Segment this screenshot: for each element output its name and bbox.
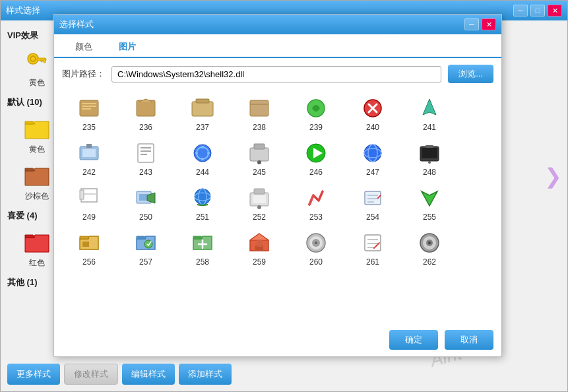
icon-cell-262[interactable]: 262 [402,227,457,269]
icon-num-246: 246 [309,168,323,177]
svg-point-38 [428,161,431,164]
icon-256 [76,230,102,256]
icon-cell-260[interactable]: 260 [289,227,343,269]
icon-num-251: 251 [196,212,209,222]
outer-close-button[interactable]: ✕ [548,5,562,16]
outer-window: 样式选择 ─ □ ✕ VIP效果 黄 [0,0,568,392]
svg-rect-16 [82,149,96,157]
icon-cell-238[interactable]: 238 [232,92,286,135]
icon-cell-241[interactable]: 241 [402,92,457,135]
red-folder-icon [24,232,50,253]
dialog-bottom-buttons: 确定 取消 [389,330,493,350]
icon-cell-248[interactable]: 248 [402,137,457,180]
inner-titlebar: 选择样式 ─ ✕ [54,15,501,34]
icon-row-3: 249 250 251 [62,182,493,224]
svg-rect-57 [82,242,89,247]
icon-num-245: 245 [253,168,266,177]
icon-num-259: 259 [253,257,266,267]
icon-cell-254[interactable]: 254 [346,182,400,224]
icon-250 [133,185,159,211]
icon-246 [303,140,329,166]
icon-num-235: 235 [82,123,96,132]
outer-window-title: 样式选择 [6,5,40,16]
icon-240 [360,95,386,121]
icon-cell-249[interactable]: 249 [62,182,116,224]
icon-258 [189,230,216,256]
svg-point-33 [364,145,381,162]
icon-cell-247[interactable]: 247 [346,137,400,180]
cancel-button[interactable]: 取消 [445,330,493,350]
icon-num-243: 243 [139,168,152,177]
outer-minimize-button[interactable]: ─ [513,5,528,16]
icon-cell-246[interactable]: 246 [289,137,343,180]
icon-cell-240[interactable]: 240 [346,92,400,135]
yellow-folder-icon-container [24,116,50,143]
svg-rect-39 [426,145,433,148]
icon-cell-250[interactable]: 250 [119,182,173,224]
svg-rect-29 [254,144,265,149]
icon-cell-252[interactable]: 252 [232,182,286,224]
icon-num-261: 261 [366,257,379,267]
svg-point-64 [315,242,317,244]
svg-rect-12 [250,100,268,116]
icon-num-255: 255 [423,212,436,222]
icon-num-252: 252 [253,212,266,222]
icon-cell-256[interactable]: 256 [62,227,116,269]
brown-folder-label: 沙棕色 [25,191,49,202]
icon-243 [133,140,159,166]
icon-242 [76,140,102,166]
icon-253 [303,185,329,211]
tab-color[interactable]: 颜色 [62,37,106,58]
path-input[interactable] [111,66,441,82]
more-styles-button[interactable]: 更多样式 [7,364,60,385]
svg-rect-37 [422,148,437,158]
svg-point-45 [195,189,210,205]
icon-257 [133,230,159,256]
icon-235 [76,95,102,121]
icon-num-242: 242 [82,168,96,177]
icon-259 [246,230,272,256]
edit-style-button[interactable]: 编辑样式 [122,364,175,385]
inner-minimize-button[interactable]: ─ [464,18,479,30]
icon-cell-244[interactable]: 244 [175,137,230,180]
tab-image[interactable]: 图片 [106,37,149,58]
icon-cell-235[interactable]: 235 [62,92,116,135]
svg-point-26 [201,158,204,160]
icon-cell-261[interactable]: 261 [346,227,400,269]
icon-cell-257[interactable]: 257 [119,227,173,269]
right-arrow-icon: ❯ [544,164,562,189]
icon-cell-259[interactable]: 259 [232,227,286,269]
icon-251 [189,185,216,211]
svg-rect-3 [44,59,46,63]
icon-cell-237[interactable]: 237 [175,92,230,135]
yellow-folder-icon [24,119,50,140]
confirm-button[interactable]: 确定 [389,330,438,350]
icon-cell-253[interactable]: 253 [289,182,343,224]
icon-cell-242[interactable]: 242 [62,137,116,180]
icon-236 [133,95,159,121]
icon-cell-239[interactable]: 239 [289,92,343,135]
inner-close-button[interactable]: ✕ [482,18,496,30]
browse-button[interactable]: 浏览... [448,65,493,83]
icon-grid: 235 236 237 [54,90,501,347]
key-item-label: 黄色 [29,77,45,88]
icon-cell-251[interactable]: 251 [175,182,230,224]
icon-255 [416,185,443,211]
icon-row-1: 235 236 237 [62,92,493,135]
add-style-button[interactable]: 添加样式 [179,364,232,385]
icon-row-4: 256 257 258 [62,227,493,269]
svg-point-50 [257,205,261,209]
icon-cell-258[interactable]: 258 [175,227,230,269]
svg-point-30 [257,160,261,164]
icon-num-237: 237 [196,123,209,132]
icon-cell-243[interactable]: 243 [119,137,173,180]
icon-cell-236[interactable]: 236 [119,92,173,135]
icon-num-256: 256 [82,257,96,267]
icon-cell-245[interactable]: 245 [232,137,286,180]
outer-maximize-button[interactable]: □ [530,5,545,16]
inner-titlebar-controls: ─ ✕ [464,18,496,30]
icon-num-238: 238 [253,123,266,132]
svg-rect-41 [80,190,84,199]
icon-cell-255[interactable]: 255 [402,182,457,224]
icon-239 [303,95,329,121]
